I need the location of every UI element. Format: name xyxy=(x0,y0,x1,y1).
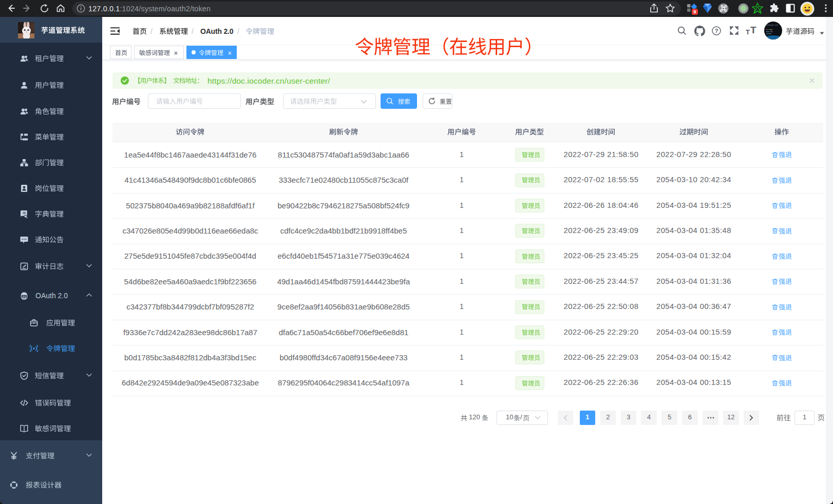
svg-text:9: 9 xyxy=(693,9,696,14)
svg-text:?: ? xyxy=(715,28,718,34)
